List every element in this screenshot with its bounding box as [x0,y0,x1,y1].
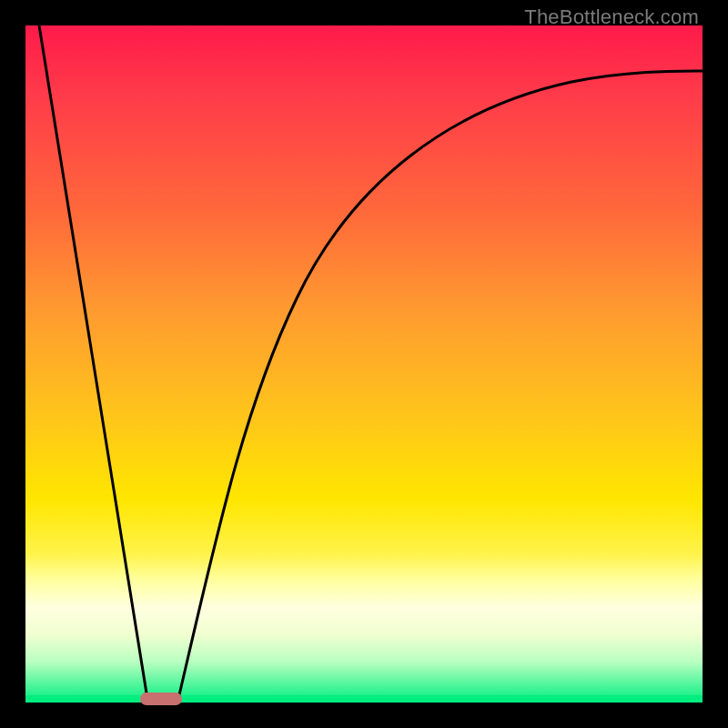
watermark-text: TheBottleneck.com [524,5,699,29]
optimal-marker [140,693,182,705]
bottleneck-curve [39,25,703,699]
chart-frame [25,25,703,703]
chart-curves [25,25,703,703]
